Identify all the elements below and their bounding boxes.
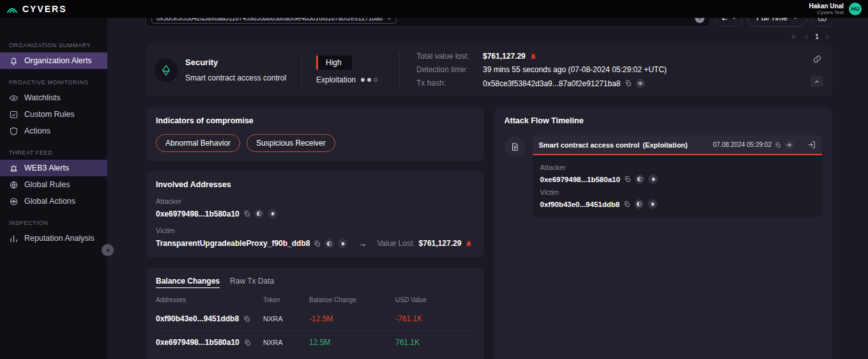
victim-address-row: TransparentUpgradeableProxy_f90b_ddb8 → … [156,238,474,248]
debank-icon[interactable] [338,239,347,248]
involved-addresses-panel: Involved Addresses Attacker 0xe6979498..… [146,171,484,257]
brand-logo[interactable]: CYVERS [6,4,67,14]
sidebar-section-organization-summary: ORGANIZATION SUMMARY [9,42,107,49]
eye-icon [9,93,19,103]
sidebar-item-reputation-analysis[interactable]: Reputation Analysis [0,230,107,247]
row-balance-change: -12.5M [309,314,395,323]
arrow-right-icon: → [358,238,367,248]
siren-alarm-icon [465,240,473,247]
portfolio-icon[interactable] [254,209,264,218]
sidebar-item-actions[interactable]: Actions [0,123,107,139]
debank-icon[interactable] [648,199,657,209]
sidebar-section-proactive-monitoring: PROACTIVE MONITORING [9,79,107,86]
timeline-event-header: Smart contract access control (Exploitat… [533,135,823,155]
phase-indicator: Exploitation [316,75,385,84]
copy-icon[interactable] [243,316,250,323]
row-token: NXRA [263,339,309,346]
copy-icon[interactable] [314,240,321,247]
sidebar-item-label: Organization Alerts [24,56,92,65]
sidebar-item-custom-rules[interactable]: Custom Rules [0,106,107,123]
sidebar-section-inspection: INSPECTION [9,220,107,226]
security-category-icon [155,59,178,82]
cyvers-logo-icon [6,4,18,13]
sidebar-item-label: Global Rules [24,180,70,189]
attacker-label: Attacker [156,197,474,205]
sidebar: ORGANIZATION SUMMARY Organization Alerts… [0,18,107,359]
topbar: CYVERS Hakan Unal Cyvers Test HU [0,0,868,18]
user-name: Hakan Unal [809,3,844,10]
timeline-event-time: 07.08.2024 05:29:02 [713,140,794,149]
pagination: 1 [146,33,831,40]
collapse-card-button[interactable] [811,76,823,87]
balance-changes-panel: Balance Changes Raw Tx Data Addresses To… [146,268,484,359]
timeline-victim-label: Victim [540,188,815,196]
balance-table-header: Addresses Token Balance Change USD Value [156,296,474,307]
timeline-victim-address[interactable]: 0xf90b43e0...9451ddb8 [540,201,620,208]
copy-icon[interactable] [244,339,251,346]
severity-block: High Exploitation [302,56,399,84]
copy-icon[interactable] [624,176,631,183]
timeline-event-card[interactable]: Smart contract access control (Exploitat… [533,135,823,217]
attacker-address[interactable]: 0xe6979498...1b580a10 [156,210,240,218]
sidebar-collapse-button[interactable] [102,244,114,256]
user-menu[interactable]: Hakan Unal Cyvers Test HU [809,3,862,16]
table-row[interactable]: 0xf90b43e0...9451ddb8 NXRA -12.5M -761.1… [156,307,474,330]
sidebar-item-web3-alerts[interactable]: WEB3 Alerts [0,160,107,176]
sidebar-item-global-rules[interactable]: Global Rules [0,176,107,193]
divider [399,52,400,88]
timeline-node-icon [505,137,525,157]
timeline-title: Attack Flow Timeline [505,116,823,125]
alert-category: Security [185,57,301,67]
bar-chart-icon [9,234,19,243]
sidebar-item-watchlists[interactable]: Watchlists [0,89,107,106]
copy-icon[interactable] [775,142,781,148]
phase-dots [361,78,377,82]
user-org: Cyvers Test [809,10,844,15]
portfolio-icon[interactable] [634,199,644,209]
next-page-icon[interactable] [824,33,831,40]
bell-icon [9,56,19,66]
copy-icon[interactable] [625,80,632,87]
timeline-attacker-address[interactable]: 0xe6979498...1b580a10 [540,176,620,183]
total-value-lost-label: Total value lost: [416,52,475,61]
timeline-event-title: Smart contract access control [539,141,640,149]
victim-address[interactable]: TransparentUpgradeableProxy_f90b_ddb8 [156,239,310,248]
copy-icon[interactable] [623,201,630,208]
tab-balance-changes[interactable]: Balance Changes [156,277,220,288]
rules-icon [9,110,19,119]
sidebar-item-global-actions[interactable]: Global Actions [0,193,107,210]
value-lost-label: Value Lost: [377,239,415,248]
sidebar-item-organization-alerts[interactable]: Organization Alerts [0,52,107,69]
debank-icon[interactable] [648,174,658,184]
avatar[interactable]: HU [849,3,862,15]
debank-icon[interactable] [268,209,277,218]
row-token: NXRA [263,315,309,323]
share-link-icon[interactable] [811,53,823,65]
row-balance-change: 12.5M [309,338,395,347]
sidebar-item-label: WEB3 Alerts [24,164,69,172]
copy-icon[interactable] [243,210,250,217]
first-page-icon[interactable] [791,33,798,40]
col-balance-change: Balance Change [309,296,395,303]
attacker-address-row: 0xe6979498...1b580a10 [156,209,474,218]
portfolio-icon[interactable] [635,174,644,184]
tab-raw-tx-data[interactable]: Raw Tx Data [230,277,274,286]
col-usd-value: USD Value [395,296,474,303]
severity-badge: High [316,56,352,70]
prev-page-icon[interactable] [803,33,810,40]
open-event-icon[interactable] [807,141,816,149]
globe-dot-icon [9,197,19,206]
portfolio-icon[interactable] [324,239,334,248]
current-page[interactable]: 1 [815,33,819,40]
timeline-victim-row: 0xf90b43e0...9451ddb8 [540,199,815,209]
value-lost-amount: $761,127.29 [419,239,462,248]
indicator-chip[interactable]: Suspicious Receiver [247,134,335,152]
indicator-chip[interactable]: Abnormal Behavior [156,134,240,152]
row-address: 0xe6979498...1b580a10 [156,338,263,347]
col-addresses: Addresses [156,296,263,303]
explorer-icon[interactable] [784,140,794,149]
table-row[interactable]: 0xe6979498...1b580a10 NXRA 12.5M 761.1K [156,330,474,354]
explorer-icon[interactable] [636,79,645,88]
alert-summary-card[interactable]: Security Smart contract access control H… [146,44,832,96]
col-token: Token [263,296,309,303]
